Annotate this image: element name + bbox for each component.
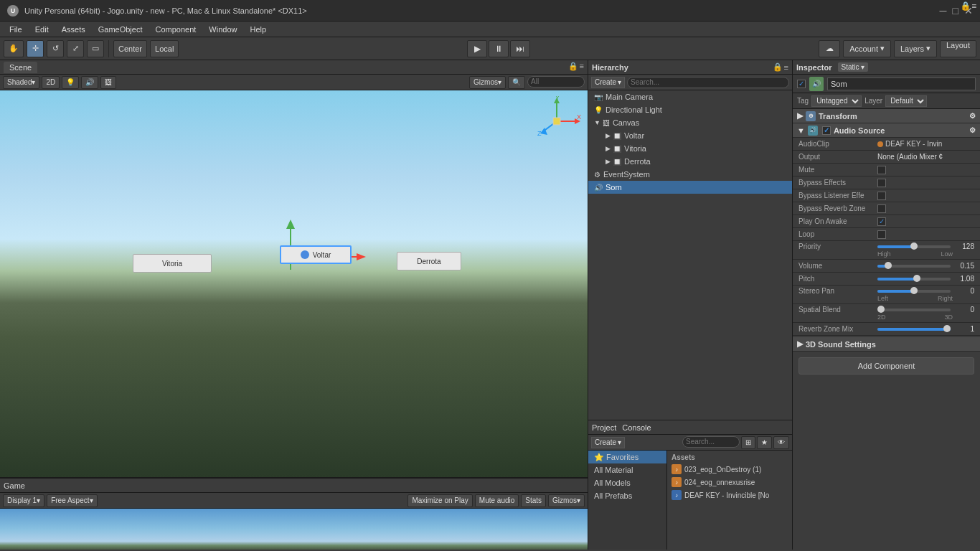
transform-settings[interactable]: ⚙ — [969, 112, 976, 120]
project-favorites[interactable]: ⭐ Favorites — [588, 451, 666, 463]
hierarchy-item-dirlight[interactable]: 💡 Directional Light — [588, 103, 792, 116]
bypass-reverb-checkbox[interactable] — [877, 204, 886, 213]
project-file-2[interactable]: ♪ 024_eog_onnexusrise — [669, 476, 791, 489]
menu-gameobject[interactable]: GameObject — [93, 24, 149, 35]
hierarchy-lock[interactable]: 🔒 — [773, 62, 783, 72]
scene-obj-derrota[interactable]: Derrota — [397, 252, 461, 270]
search-scene[interactable]: 🔍 — [508, 76, 525, 89]
step-btn[interactable]: ⏭ — [510, 40, 530, 57]
hierarchy-item-canvas[interactable]: ▼ 🖼 Canvas — [588, 116, 792, 129]
game-tab[interactable]: Game — [4, 481, 25, 490]
audio-source-header[interactable]: ▼ 🔊 ✓ Audio Source ⚙ — [793, 123, 980, 138]
scene-tab[interactable]: Scene — [4, 62, 37, 73]
hierarchy-item-vitoria[interactable]: ▶ 🔲 Vitoria — [588, 142, 792, 155]
shaded-dropdown[interactable]: Shaded▾ — [3, 76, 39, 89]
effects-btn[interactable]: 🖼 — [100, 76, 116, 89]
move-tool[interactable]: ✛ — [27, 40, 44, 57]
audioclip-value[interactable]: DEAF KEY - Invin — [877, 140, 974, 148]
project-file-1[interactable]: ♪ 023_eog_OnDestroy (1) — [669, 463, 791, 476]
hand-tool[interactable]: ✋ — [4, 40, 24, 57]
mute-checkbox[interactable] — [877, 166, 886, 174]
hierarchy-item-som[interactable]: 🔊 Som — [588, 181, 792, 194]
transform-header[interactable]: ▶ ⊕ Transform ⚙ — [793, 109, 980, 123]
audio-source-enabled[interactable]: ✓ — [822, 126, 831, 135]
play-btn[interactable]: ▶ — [467, 40, 487, 57]
aspect-dropdown[interactable]: Free Aspect▾ — [47, 494, 97, 507]
game-gizmos-btn[interactable]: Gizmos▾ — [548, 494, 585, 507]
project-sort[interactable]: ⊞ — [741, 436, 755, 449]
sound-settings-header[interactable]: ▶ 3D Sound Settings — [793, 337, 980, 352]
project-tab[interactable]: Project — [592, 423, 616, 432]
layers-btn[interactable]: Layers ▾ — [894, 40, 937, 57]
tag-select[interactable]: Untagged — [811, 95, 862, 107]
reverb-thumb[interactable] — [943, 325, 951, 332]
stereo-track[interactable] — [877, 290, 951, 293]
center-btn[interactable]: Center — [113, 40, 147, 57]
hierarchy-search[interactable] — [627, 77, 789, 88]
bypass-listener-checkbox[interactable] — [877, 192, 886, 200]
stats-btn[interactable]: Stats — [521, 494, 546, 507]
menu-help[interactable]: Help — [244, 24, 272, 35]
menu-edit[interactable]: Edit — [29, 24, 55, 35]
account-btn[interactable]: Account ▾ — [843, 40, 891, 57]
gizmos-dropdown[interactable]: Gizmos▾ — [469, 76, 506, 89]
reverb-track[interactable] — [877, 328, 951, 331]
scene-canvas[interactable]: X Y Z Vitoria — [0, 90, 588, 477]
scene-obj-vitoria[interactable]: Vitoria — [133, 254, 212, 273]
rotate-tool[interactable]: ↺ — [47, 40, 64, 57]
object-name-input[interactable] — [827, 77, 976, 90]
spatial-track[interactable] — [877, 309, 951, 311]
add-component-btn[interactable]: Add Component — [798, 357, 974, 375]
project-file-3[interactable]: ♪ DEAF KEY - Invincible [No — [669, 489, 791, 501]
scene-search-input[interactable] — [527, 76, 585, 88]
menu-window[interactable]: Window — [203, 24, 242, 35]
local-btn[interactable]: Local — [150, 40, 179, 57]
pitch-track[interactable] — [877, 278, 951, 281]
maximize-btn[interactable]: □ — [953, 5, 958, 17]
maximize-btn[interactable]: Maximize on Play — [407, 494, 472, 507]
menu-component[interactable]: Component — [149, 24, 202, 35]
scene-obj-voltar[interactable]: Voltar — [280, 245, 352, 264]
project-all-material[interactable]: All Material — [588, 463, 666, 476]
project-search[interactable] — [682, 436, 740, 448]
volume-track[interactable] — [877, 265, 951, 268]
project-create-btn[interactable]: Create▾ — [591, 437, 625, 448]
rect-tool[interactable]: ▭ — [87, 40, 104, 57]
volume-thumb[interactable] — [885, 262, 892, 269]
pause-btn[interactable]: ⏸ — [489, 40, 509, 57]
project-all-models[interactable]: All Models — [588, 476, 666, 489]
lighting-btn[interactable]: 💡 — [62, 76, 79, 89]
scene-menu-icon[interactable]: ≡ — [580, 62, 584, 71]
minimize-btn[interactable]: ─ — [940, 5, 947, 17]
project-eye[interactable]: 👁 — [773, 436, 789, 449]
hierarchy-item-voltar[interactable]: ▶ 🔲 Voltar — [588, 129, 792, 142]
menu-file[interactable]: File — [4, 24, 28, 35]
layer-select[interactable]: Default — [885, 95, 927, 107]
project-star[interactable]: ★ — [757, 436, 772, 449]
menu-assets[interactable]: Assets — [56, 24, 91, 35]
play-on-awake-checkbox[interactable]: ✓ — [877, 217, 886, 226]
2d-btn[interactable]: 2D — [42, 76, 60, 89]
mute-btn[interactable]: Mute audio — [475, 494, 519, 507]
hierarchy-item-derrota[interactable]: ▶ 🔲 Derrota — [588, 155, 792, 168]
audio-source-settings[interactable]: ⚙ — [969, 126, 976, 134]
project-all-prefabs[interactable]: All Prefabs — [588, 489, 666, 502]
scale-tool[interactable]: ⤢ — [67, 40, 84, 57]
scene-lock-icon[interactable]: 🔒 — [568, 62, 578, 71]
hierarchy-menu[interactable]: ≡ — [784, 63, 788, 72]
object-active-checkbox[interactable]: ✓ — [797, 80, 806, 88]
cloud-btn[interactable]: ☁ — [819, 40, 840, 57]
pitch-thumb[interactable] — [913, 275, 920, 282]
hierarchy-create-btn[interactable]: Create▾ — [591, 77, 625, 88]
stereo-thumb[interactable] — [910, 287, 918, 294]
priority-track[interactable] — [877, 245, 951, 248]
layout-btn[interactable]: Layout — [940, 40, 976, 57]
display-dropdown[interactable]: Display 1▾ — [3, 494, 44, 507]
priority-thumb[interactable] — [910, 242, 918, 250]
hierarchy-item-maincamera[interactable]: 📷 Main Camera — [588, 90, 792, 103]
console-tab[interactable]: Console — [622, 423, 651, 432]
spatial-thumb[interactable] — [877, 306, 885, 313]
loop-checkbox[interactable] — [877, 230, 886, 239]
audio-btn[interactable]: 🔊 — [81, 76, 98, 89]
hierarchy-item-eventsystem[interactable]: ⚙ EventSystem — [588, 168, 792, 181]
